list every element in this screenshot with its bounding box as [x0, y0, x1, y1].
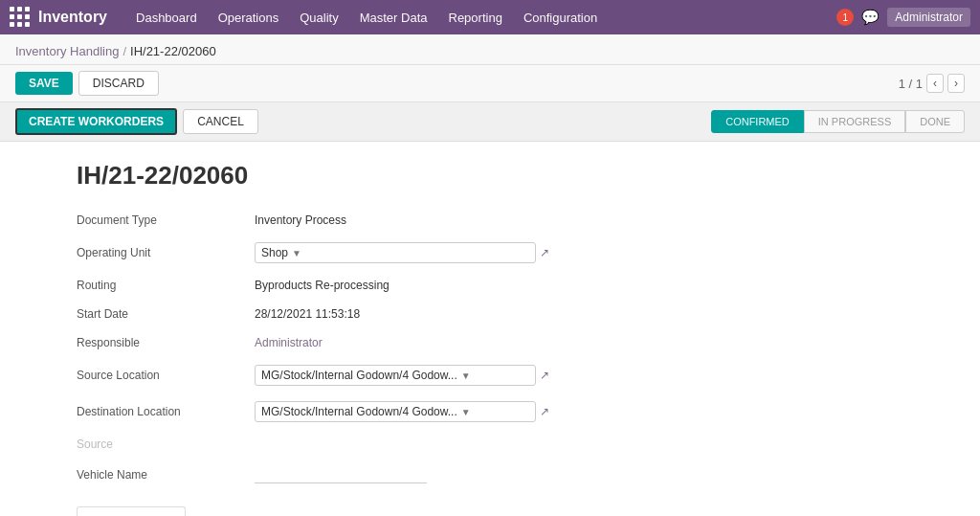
external-link-icon[interactable]: ↗	[540, 246, 549, 259]
document-id: IH/21-22/02060	[77, 161, 903, 191]
start-date-label: Start Date	[77, 303, 249, 325]
app-grid-icon[interactable]	[10, 7, 31, 28]
source-location-field[interactable]: MG/Stock/Internal Godown/4 Godow... ▼ ↗	[249, 361, 555, 390]
source-location-value: MG/Stock/Internal Godown/4 Godow...	[261, 369, 457, 382]
source-location-link-icon[interactable]: ↗	[540, 369, 549, 382]
nav-item-configuration[interactable]: Configuration	[514, 7, 607, 29]
document-type-label: Document Type	[77, 210, 249, 231]
breadcrumb-separator: /	[122, 44, 126, 58]
create-workorders-button[interactable]: CREATE WORKORDERS	[15, 108, 177, 135]
tab-finished-products[interactable]: Finished Products	[323, 506, 448, 516]
vehicle-name-field[interactable]	[249, 462, 555, 487]
responsible-label: Responsible	[77, 332, 249, 353]
start-date-value: 28/12/2021 11:53:18	[249, 303, 555, 325]
vehicle-name-label: Vehicle Name	[77, 464, 249, 485]
responsible-value[interactable]: Administrator	[249, 332, 555, 353]
pagination: 1 / 1 ‹ ›	[899, 74, 965, 93]
document-type-value: Inventory Process	[249, 210, 555, 231]
nav-item-operations[interactable]: Operations	[209, 7, 289, 29]
routing-value: Byproducts Re-processing	[249, 275, 555, 296]
discard-button[interactable]: DISCARD	[78, 71, 159, 96]
user-menu-button[interactable]: Administrator	[887, 8, 970, 27]
tab-miscellaneous[interactable]: Miscellaneous	[448, 506, 553, 516]
nav-item-reporting[interactable]: Reporting	[439, 7, 512, 29]
destination-link-icon[interactable]: ↗	[540, 405, 549, 418]
notification-badge[interactable]: 1	[836, 9, 854, 26]
source-location-label: Source Location	[77, 365, 249, 386]
breadcrumb-parent[interactable]: Inventory Handling	[15, 44, 119, 58]
operating-unit-label: Operating Unit	[77, 242, 249, 263]
nav-menu: DashboardOperationsQualityMaster DataRep…	[126, 7, 836, 29]
status-step-done[interactable]: DONE	[905, 110, 965, 133]
app-name: Inventory	[38, 9, 107, 26]
prev-page-button[interactable]: ‹	[926, 74, 944, 93]
source-location-dropdown-icon: ▼	[461, 370, 471, 381]
tabs: Raw MaterialsConsumed MaterialsFinished …	[77, 506, 903, 516]
nav-item-master-data[interactable]: Master Data	[350, 7, 437, 29]
operating-unit-value: Shop	[261, 246, 288, 259]
source-label: Source	[77, 434, 249, 455]
status-steps: CONFIRMEDIN PROGRESSDONE	[711, 110, 965, 133]
routing-label: Routing	[77, 275, 249, 296]
main-content: IH/21-22/02060 Document Type Inventory P…	[0, 142, 980, 516]
tab-consumed-materials[interactable]: Consumed Materials	[186, 506, 323, 516]
top-nav: Inventory DashboardOperationsQualityMast…	[0, 0, 980, 34]
dropdown-arrow-icon: ▼	[292, 248, 301, 258]
next-page-button[interactable]: ›	[947, 74, 965, 93]
save-button[interactable]: SAVE	[15, 72, 73, 95]
destination-location-field[interactable]: MG/Stock/Internal Godown/4 Godow... ▼ ↗	[249, 397, 555, 426]
nav-item-quality[interactable]: Quality	[290, 7, 347, 29]
nav-right: 1 💬 Administrator	[836, 8, 970, 27]
destination-location-label: Destination Location	[77, 401, 249, 422]
nav-item-dashboard[interactable]: Dashboard	[126, 7, 207, 29]
form-fields: Document Type Inventory Process Operatin…	[77, 210, 903, 487]
status-step-confirmed[interactable]: CONFIRMED	[711, 110, 804, 133]
toolbar: SAVE DISCARD 1 / 1 ‹ ›	[0, 65, 980, 102]
cancel-button[interactable]: CANCEL	[183, 109, 258, 134]
status-step-in-progress[interactable]: IN PROGRESS	[804, 110, 905, 133]
tab-raw-materials[interactable]: Raw Materials	[77, 506, 186, 516]
operating-unit-field[interactable]: Shop ▼ ↗	[249, 238, 555, 267]
chat-icon[interactable]: 💬	[861, 9, 880, 26]
breadcrumb-current: IH/21-22/02060	[130, 44, 216, 58]
breadcrumb: Inventory Handling / IH/21-22/02060	[0, 34, 980, 65]
destination-location-value: MG/Stock/Internal Godown/4 Godow...	[261, 405, 457, 418]
action-bar: CREATE WORKORDERS CANCEL CONFIRMEDIN PRO…	[0, 102, 980, 142]
pagination-text: 1 / 1	[899, 77, 923, 91]
destination-dropdown-icon: ▼	[461, 407, 471, 417]
source-value	[249, 440, 555, 448]
